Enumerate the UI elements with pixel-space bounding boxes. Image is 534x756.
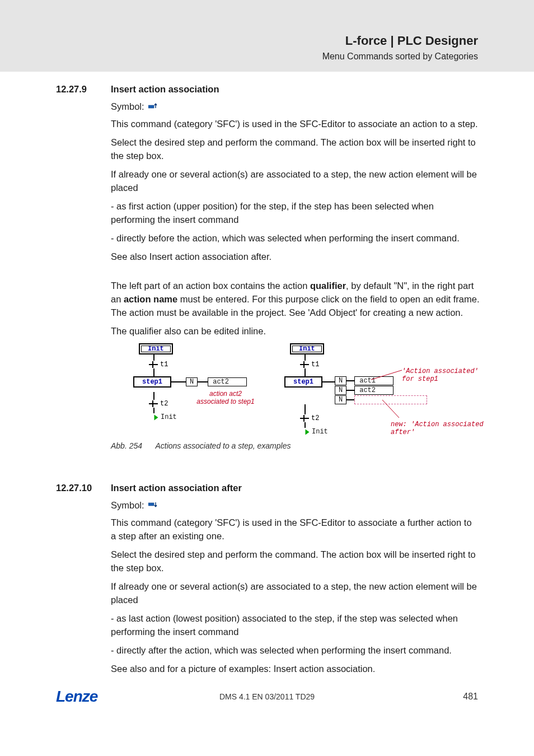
annotation: 'Action associated' for step1: [402, 367, 486, 383]
paragraph: If already one or several action(s) are …: [111, 168, 480, 195]
annotation: action act2 associated to step1: [195, 390, 256, 405]
sfc-diagram-left: Init t1 step1: [111, 345, 256, 421]
section-title: Insert action association: [111, 84, 480, 95]
figure-sfc-examples: Init t1 step1: [111, 345, 480, 450]
symbol-line: Symbol:: [111, 500, 478, 511]
transition-t2: t2: [160, 400, 168, 408]
insert-action-down-icon: [148, 501, 158, 511]
paragraph: The qualifier also can be edited inline.: [111, 325, 480, 338]
svg-rect-3: [148, 503, 154, 506]
action-box: act2: [354, 386, 394, 395]
action-box: act2: [208, 377, 247, 386]
sfc-diagram-right: 'Action associated' for step1 new: 'Acti…: [273, 345, 480, 436]
qualifier-box: N: [335, 386, 346, 395]
paragraph: See also Insert action association after…: [111, 250, 480, 264]
step-step1: step1: [133, 376, 171, 388]
jump-arrow-icon: [306, 429, 310, 435]
doc-chapter-title: Menu Commands sorted by Categories: [56, 52, 478, 62]
symbol-line: Symbol:: [111, 101, 480, 113]
section-title: Insert action association after: [111, 483, 478, 493]
annotation: new: 'Action associated after': [391, 421, 486, 436]
step-step1: step1: [284, 376, 322, 388]
jump-target: Init: [312, 428, 328, 436]
transition-t2: t2: [311, 414, 319, 422]
figure-caption: Abb. 254 Actions associated to a step, e…: [111, 441, 480, 450]
paragraph: See also and for a picture of examples: …: [111, 662, 478, 676]
paragraph: Select the desired step and perform the …: [111, 136, 480, 163]
qualifier-box: N: [186, 377, 198, 386]
qualifier-box: N: [335, 376, 346, 385]
insert-action-up-icon: [148, 102, 158, 113]
symbol-label: Symbol:: [111, 500, 144, 510]
paragraph: If already one or several action(s) are …: [111, 580, 478, 607]
paragraph: This command (category 'SFC') is used in…: [111, 516, 478, 543]
section-number: 12.27.10: [56, 483, 111, 493]
page-footer: Lenze DMS 4.1 EN 03/2011 TD29 481: [56, 688, 478, 706]
paragraph: The left part of an action box contains …: [111, 279, 480, 320]
header-band: L-force | PLC Designer Menu Commands sor…: [0, 0, 534, 72]
section-insert-action-association: 12.27.9 Insert action association Symbol…: [0, 84, 534, 455]
jump-target: Init: [161, 413, 177, 421]
action-box-empty: [354, 395, 427, 404]
section-insert-action-association-after: 12.27.10 Insert action association after…: [0, 483, 534, 680]
transition-t1: t1: [160, 361, 168, 368]
paragraph: This command (category 'SFC') is used in…: [111, 118, 480, 131]
doc-id: DMS 4.1 EN 03/2011 TD29: [56, 692, 478, 701]
step-init: Init: [139, 343, 173, 354]
paragraph: Select the desired step and perform the …: [111, 548, 478, 575]
step-init: Init: [290, 343, 324, 354]
paragraph: - directly after the action, which was s…: [111, 644, 478, 657]
paragraph: - directly before the action, which was …: [111, 232, 480, 245]
doc-product-title: L-force | PLC Designer: [56, 34, 478, 48]
qualifier-box: N: [335, 395, 346, 404]
jump-arrow-icon: [154, 414, 158, 420]
transition-t1: t1: [311, 361, 319, 368]
action-box: act1: [354, 376, 394, 385]
paragraph: - as last action (lowest position) assoc…: [111, 612, 478, 639]
symbol-label: Symbol:: [111, 101, 144, 111]
paragraph: - as first action (upper position) for t…: [111, 200, 480, 227]
section-number: 12.27.9: [56, 84, 111, 95]
svg-rect-0: [148, 105, 154, 108]
